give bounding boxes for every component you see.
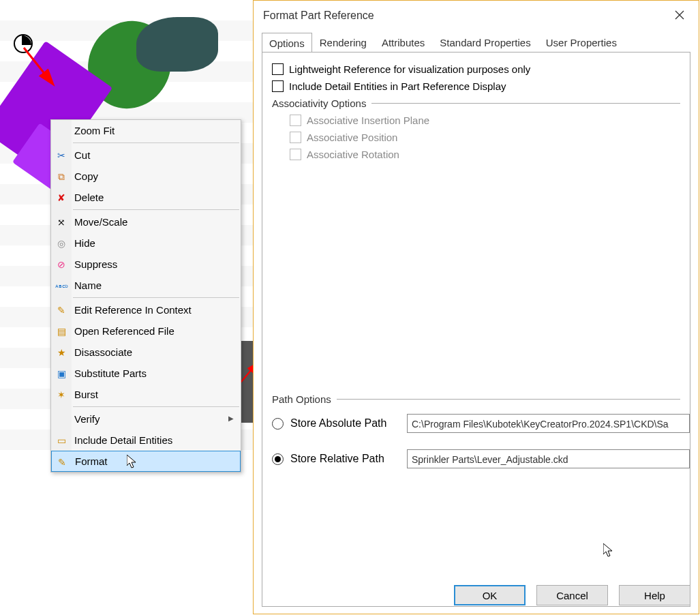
checkbox-icon xyxy=(272,80,284,92)
checkbox-label: Include Detail Entities in Part Referenc… xyxy=(289,80,506,92)
radio-store-relative[interactable]: Store Relative Path xyxy=(272,453,401,465)
tab-label: Rendering xyxy=(320,37,367,48)
menu-item-open-ref[interactable]: ▤ Open Referenced File xyxy=(51,320,241,342)
menu-item-label: Open Referenced File xyxy=(74,325,174,337)
checkbox-include-detail[interactable]: Include Detail Entities in Part Referenc… xyxy=(272,80,680,92)
button-label: OK xyxy=(483,590,498,601)
hide-icon: ◎ xyxy=(55,237,68,250)
substitute-icon: ▣ xyxy=(55,367,68,380)
context-menu: Zoom Fit ✂ Cut ⧉ Copy ✘ Delete ⤧ Move/Sc… xyxy=(50,119,241,472)
checkbox-assoc-rotation: Associative Rotation xyxy=(290,149,680,160)
copy-icon: ⧉ xyxy=(55,170,68,183)
menu-item-cut[interactable]: ✂ Cut xyxy=(51,145,241,166)
menu-item-label: Cut xyxy=(74,149,90,161)
radio-store-absolute[interactable]: Store Absolute Path xyxy=(272,417,401,430)
move-scale-icon: ⤧ xyxy=(55,215,68,229)
dialog-title: Format Part Reference xyxy=(263,10,374,22)
menu-item-copy[interactable]: ⧉ Copy xyxy=(51,166,241,187)
mouse-mode-icon xyxy=(14,34,33,53)
format-part-reference-dialog: Format Part Reference Options Rendering … xyxy=(253,0,699,614)
tab-label: Options xyxy=(269,38,305,49)
menu-item-label: Move/Scale xyxy=(74,216,127,228)
tab-user-properties[interactable]: User Properties xyxy=(538,32,624,52)
relative-path-field[interactable]: Sprinkler Parts\Lever_Adjustable.ckd xyxy=(407,449,690,468)
absolute-path-field[interactable]: C:\Program Files\Kubotek\KeyCreatorPro.2… xyxy=(407,414,690,433)
menu-item-burst[interactable]: ✶ Burst xyxy=(51,384,241,405)
tab-panel-options: Lightweight Reference for visualization … xyxy=(262,52,690,607)
tab-label: Standard Properties xyxy=(440,37,530,48)
burst-icon: ✶ xyxy=(55,388,68,402)
tab-strip: Options Rendering Attributes Standard Pr… xyxy=(254,31,699,52)
menu-item-label: Format xyxy=(75,455,108,467)
include-detail-icon: ▭ xyxy=(55,434,68,447)
verify-icon xyxy=(55,412,68,426)
tab-label: Attributes xyxy=(382,37,425,48)
checkbox-label: Associative Position xyxy=(307,132,397,143)
tab-standard-properties[interactable]: Standard Properties xyxy=(432,32,538,52)
close-button[interactable] xyxy=(670,9,689,23)
submenu-arrow-icon: ▶ xyxy=(228,415,234,422)
checkbox-label: Associative Insertion Plane xyxy=(307,115,429,126)
checkbox-assoc-position: Associative Position xyxy=(290,132,680,143)
checkbox-icon xyxy=(290,132,301,143)
menu-item-hide[interactable]: ◎ Hide xyxy=(51,232,241,254)
checkbox-icon xyxy=(290,115,301,126)
menu-item-name[interactable]: ᴀʙᴄᴅ Name xyxy=(51,275,241,296)
radio-icon xyxy=(272,418,284,430)
menu-item-label: Suppress xyxy=(74,258,117,270)
menu-item-label: Verify xyxy=(74,413,100,425)
suppress-icon: ⊘ xyxy=(55,258,68,271)
menu-item-delete[interactable]: ✘ Delete xyxy=(51,187,241,208)
checkbox-label: Associative Rotation xyxy=(307,149,399,160)
cancel-button[interactable]: Cancel xyxy=(536,585,608,605)
menu-item-label: Zoom Fit xyxy=(74,125,115,136)
menu-item-disassociate[interactable]: ★ Disassociate xyxy=(51,342,241,363)
menu-item-edit-ref[interactable]: ✎ Edit Reference In Context xyxy=(51,299,241,320)
name-icon: ᴀʙᴄᴅ xyxy=(55,279,68,292)
menu-item-label: Burst xyxy=(74,389,98,400)
menu-item-verify[interactable]: Verify ▶ xyxy=(51,408,241,430)
model-part-green-ring xyxy=(136,17,218,72)
menu-item-label: Edit Reference In Context xyxy=(74,304,192,316)
menu-item-label: Disassociate xyxy=(74,346,132,358)
menu-item-label: Name xyxy=(74,280,102,291)
checkbox-assoc-plane: Associative Insertion Plane xyxy=(290,115,680,126)
menu-item-format[interactable]: ✎ Format xyxy=(51,451,241,472)
tab-options[interactable]: Options xyxy=(262,33,312,52)
group-label-associativity: Associativity Options xyxy=(272,97,366,109)
format-icon: ✎ xyxy=(55,455,69,469)
menu-item-suppress[interactable]: ⊘ Suppress xyxy=(51,254,241,275)
menu-item-label: Hide xyxy=(74,237,95,249)
checkbox-icon xyxy=(272,63,284,75)
delete-icon: ✘ xyxy=(55,191,68,205)
ok-button[interactable]: OK xyxy=(454,585,526,605)
cut-icon: ✂ xyxy=(55,149,68,162)
tab-label: User Properties xyxy=(546,37,617,48)
checkbox-icon xyxy=(290,149,301,160)
radio-label: Store Relative Path xyxy=(290,453,384,465)
menu-item-label: Include Detail Entities xyxy=(74,434,172,446)
zoom-fit-icon xyxy=(55,124,68,138)
button-label: Help xyxy=(644,590,665,601)
checkbox-lightweight[interactable]: Lightweight Reference for visualization … xyxy=(272,63,680,75)
radio-label: Store Absolute Path xyxy=(290,417,386,430)
group-label-path: Path Options xyxy=(272,393,331,405)
menu-item-include-detail[interactable]: ▭ Include Detail Entities xyxy=(51,430,241,451)
tab-attributes[interactable]: Attributes xyxy=(374,32,432,52)
close-icon xyxy=(675,10,684,20)
edit-ref-icon: ✎ xyxy=(55,303,68,317)
button-label: Cancel xyxy=(556,590,588,601)
menu-item-move-scale[interactable]: ⤧ Move/Scale xyxy=(51,211,241,232)
open-ref-icon: ▤ xyxy=(55,325,68,338)
menu-item-label: Copy xyxy=(74,170,98,182)
help-button[interactable]: Help xyxy=(619,585,690,605)
menu-item-zoom-fit[interactable]: Zoom Fit xyxy=(51,120,241,141)
menu-item-label: Delete xyxy=(74,192,104,203)
radio-icon xyxy=(272,453,284,465)
checkbox-label: Lightweight Reference for visualization … xyxy=(289,63,530,75)
disassociate-icon: ★ xyxy=(55,346,68,359)
tab-rendering[interactable]: Rendering xyxy=(312,32,374,52)
menu-item-label: Substitute Parts xyxy=(74,368,147,379)
menu-item-substitute[interactable]: ▣ Substitute Parts xyxy=(51,363,241,384)
